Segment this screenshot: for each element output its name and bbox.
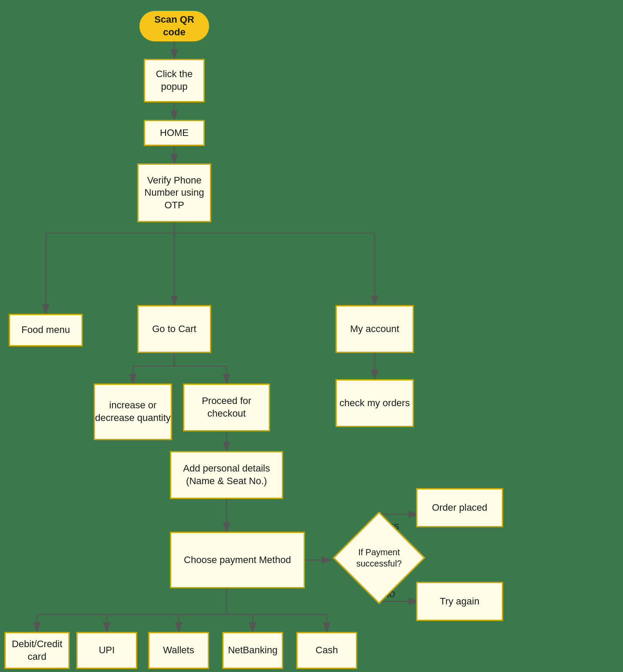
check-orders-node: check my orders	[335, 379, 414, 427]
debit-credit-node: Debit/Credit card	[4, 632, 70, 669]
increase-decrease-node: increase or decrease quantity	[94, 384, 172, 440]
netbanking-node: NetBanking	[222, 632, 283, 669]
order-placed-node: Order placed	[416, 488, 503, 527]
try-again-node: Try again	[416, 582, 503, 621]
click-popup-node: Click the popup	[144, 59, 205, 102]
food-menu-node: Food menu	[9, 314, 83, 346]
scan-qr-node: Scan QR code	[139, 11, 209, 41]
flowchart: YES NO Scan QR code Click the popup HOME…	[0, 0, 623, 672]
choose-payment-node: Choose payment Method	[170, 532, 305, 588]
verify-phone-node: Verify Phone Number using OTP	[137, 163, 211, 222]
home-node: HOME	[144, 120, 205, 146]
wallets-node: Wallets	[148, 632, 209, 669]
payment-decision-node: If Payment successful?	[333, 512, 425, 604]
upi-node: UPI	[76, 632, 137, 669]
proceed-checkout-node: Proceed for checkout	[183, 384, 270, 431]
cash-node: Cash	[296, 632, 357, 669]
go-to-cart-node: Go to Cart	[137, 305, 211, 353]
my-account-node: My account	[335, 305, 414, 353]
add-personal-node: Add personal details (Name & Seat No.)	[170, 451, 283, 499]
